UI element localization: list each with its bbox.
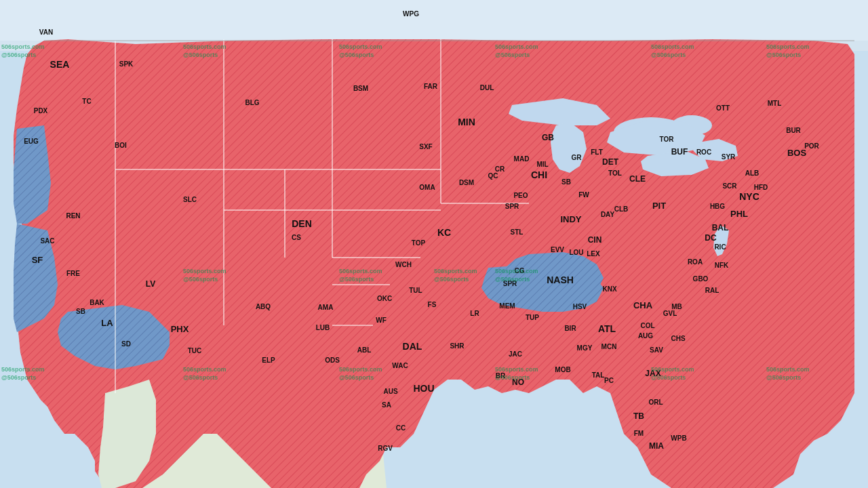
city-ODS: ODS	[325, 357, 340, 364]
city-EUG: EUG	[24, 138, 39, 145]
city-GB: GB	[542, 133, 554, 142]
city-DAY: DAY	[601, 211, 615, 218]
city-PHL: PHL	[730, 209, 748, 219]
city-GVL: GVL	[663, 310, 677, 317]
watermark-3: 506sports.com	[183, 43, 226, 50]
city-CLB: CLB	[614, 205, 629, 213]
city-KNX: KNX	[602, 285, 616, 293]
watermark-18: @506sports	[339, 374, 374, 381]
city-FLT: FLT	[591, 148, 603, 156]
city-TOL: TOL	[608, 169, 622, 177]
city-BAK: BAK	[90, 299, 104, 306]
watermark-9: 506sports.com	[651, 43, 694, 50]
city-TB: TB	[633, 411, 644, 421]
city-COL: COL	[640, 322, 654, 329]
city-DAL: DAL	[403, 341, 422, 352]
watermark-1: 506sports.com	[1, 43, 45, 50]
city-DEN: DEN	[292, 218, 312, 229]
city-NFK: NFK	[715, 262, 729, 269]
city-SA: SA	[382, 401, 391, 409]
city-MIA: MIA	[649, 441, 664, 451]
city-DUL: DUL	[480, 84, 494, 92]
city-AUG: AUG	[638, 332, 653, 340]
city-POR: POR	[804, 142, 819, 150]
watermark-11: 506sports.com	[766, 43, 810, 50]
city-SF: SF	[32, 255, 43, 265]
city-BUF: BUF	[671, 147, 688, 157]
city-SXF: SXF	[419, 143, 432, 150]
city-JAC: JAC	[509, 350, 522, 358]
city-NYC: NYC	[739, 191, 760, 202]
city-BLG: BLG	[245, 99, 259, 106]
city-ABL: ABL	[357, 346, 372, 354]
city-CLE: CLE	[629, 174, 646, 184]
city-CHS: CHS	[671, 335, 685, 342]
city-MAD: MAD	[514, 155, 530, 163]
city-PEO: PEO	[513, 192, 528, 199]
watermark-24: @506sports	[766, 374, 801, 381]
city-GR: GR	[572, 154, 583, 161]
city-TC: TC	[82, 98, 91, 105]
watermark-6: @506sports	[339, 52, 374, 58]
city-HOU: HOU	[413, 383, 434, 394]
city-CHA: CHA	[633, 300, 653, 310]
city-SEA: SEA	[50, 59, 70, 70]
city-ELP: ELP	[262, 357, 275, 364]
city-MGY: MGY	[577, 344, 593, 352]
city-AUS: AUS	[383, 388, 397, 395]
city-CS: CS	[292, 234, 301, 241]
city-INDY: INDY	[560, 214, 581, 224]
watermark-16: @506sports	[183, 374, 218, 381]
city-ABQ: ABQ	[256, 303, 271, 310]
city-MOB: MOB	[555, 366, 570, 373]
watermark-31: 506sports.com	[495, 268, 538, 274]
city-TAL: TAL	[592, 371, 605, 379]
map-container: SEA SF LA PHX LV DEN KC DAL HOU MIN CHI …	[0, 0, 868, 488]
city-LOU: LOU	[569, 249, 583, 256]
city-SB: SB	[561, 178, 571, 186]
city-QC: QC	[488, 172, 498, 180]
city-LR: LR	[470, 310, 479, 317]
city-WCH: WCH	[395, 261, 412, 268]
city-BSM: BSM	[353, 85, 368, 92]
city-BOI: BOI	[115, 142, 127, 149]
city-TOP: TOP	[412, 239, 426, 247]
city-BIR: BIR	[564, 325, 576, 332]
city-EVV: EVV	[551, 246, 564, 253]
city-CHI: CHI	[531, 169, 547, 180]
city-SLC: SLC	[183, 196, 197, 203]
city-PDX: PDX	[34, 107, 48, 115]
city-RIC: RIC	[714, 243, 726, 251]
city-HFD: HFD	[754, 184, 768, 191]
city-SPK: SPK	[119, 60, 134, 68]
city-WPG: WPG	[403, 10, 419, 18]
city-TUP: TUP	[526, 314, 539, 321]
city-ALB: ALB	[745, 169, 760, 177]
watermark-29: 506sports.com	[434, 268, 477, 274]
city-SCR: SCR	[722, 182, 737, 190]
city-CIN: CIN	[588, 235, 602, 245]
city-PIT: PIT	[652, 201, 666, 211]
watermark-5: 506sports.com	[339, 43, 382, 50]
city-MTL: MTL	[768, 100, 782, 107]
watermark-19: 506sports.com	[495, 366, 538, 373]
city-FRE: FRE	[66, 270, 80, 277]
city-MIL: MIL	[536, 161, 548, 168]
city-ROC: ROC	[696, 148, 711, 156]
watermark-21: 506sports.com	[651, 366, 694, 373]
city-PHX: PHX	[171, 324, 189, 334]
watermark-30: @506sports	[434, 276, 469, 283]
city-SAC: SAC	[40, 237, 54, 245]
city-SB2: SB	[76, 308, 85, 315]
watermark-13: 506sports.com	[1, 366, 45, 373]
city-PC: PC	[604, 377, 614, 384]
city-OKC: OKC	[377, 295, 392, 302]
watermark-20: @506sports	[495, 374, 530, 381]
watermark-12: @506sports	[766, 52, 801, 58]
city-REN: REN	[66, 212, 80, 220]
city-ATL: ATL	[598, 323, 616, 334]
city-FS: FS	[428, 301, 437, 308]
watermark-22: @506sports	[651, 374, 686, 381]
city-MEM: MEM	[499, 302, 515, 310]
watermark-10: @506sports	[651, 52, 686, 58]
